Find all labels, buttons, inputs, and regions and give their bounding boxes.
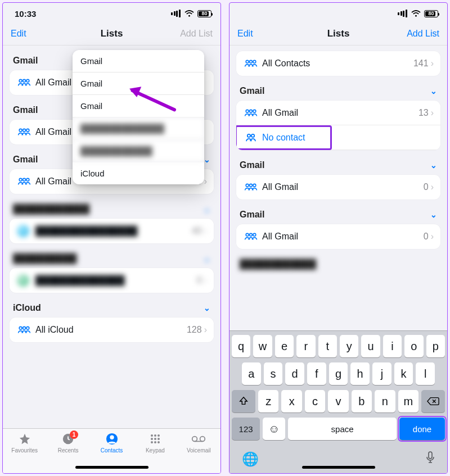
- key-emoji[interactable]: ☺: [263, 418, 285, 440]
- popover-item[interactable]: Gmail: [73, 50, 204, 72]
- globe-icon[interactable]: 🌐: [242, 451, 259, 467]
- key-z[interactable]: z: [258, 390, 278, 412]
- key-b[interactable]: b: [352, 390, 372, 412]
- svg-point-31: [246, 60, 249, 63]
- key-j[interactable]: j: [372, 362, 392, 385]
- section-title: Gmail: [13, 105, 38, 115]
- phone-right: 80 Edit Lists Add List All Contacts 141 …: [229, 2, 448, 474]
- home-indicator[interactable]: [302, 466, 375, 469]
- key-u[interactable]: u: [361, 335, 380, 357]
- key-f[interactable]: f: [307, 362, 326, 385]
- key-x[interactable]: x: [281, 390, 302, 412]
- list-row-blurred-1[interactable]: ████████████████ 40 ›: [10, 219, 214, 243]
- popover-item[interactable]: iCloud: [73, 162, 204, 184]
- keyboard: q w e r t y u i o p a s d f g h j k l z: [230, 330, 447, 473]
- group-icon: [243, 183, 259, 192]
- key-n[interactable]: n: [375, 390, 395, 412]
- key-numbers[interactable]: 123: [232, 418, 260, 440]
- key-s[interactable]: s: [264, 362, 283, 385]
- avatar-icon: [16, 274, 32, 287]
- key-p[interactable]: p: [426, 335, 445, 357]
- list-row-all-gmail-r1[interactable]: All Gmail 13 ›: [236, 101, 440, 125]
- row-label: All Gmail: [262, 182, 424, 192]
- svg-point-30: [415, 15, 417, 16]
- key-e[interactable]: e: [275, 335, 294, 357]
- section-header-icloud[interactable]: iCloud ⌄: [10, 293, 214, 318]
- section-header-gmail-r1[interactable]: Gmail ⌄: [236, 76, 440, 101]
- key-w[interactable]: w: [253, 335, 272, 357]
- cell-signal-icon: [398, 10, 408, 17]
- two-people-icon: [243, 133, 259, 142]
- person-icon: [106, 432, 118, 446]
- key-o[interactable]: o: [404, 335, 423, 357]
- key-y[interactable]: y: [340, 335, 358, 357]
- home-indicator[interactable]: [75, 466, 148, 469]
- key-i[interactable]: i: [383, 335, 402, 357]
- chevron-down-icon: ⌄: [204, 155, 210, 164]
- add-list-button[interactable]: Add List: [400, 29, 439, 39]
- row-count: 0: [424, 182, 429, 192]
- svg-point-10: [19, 327, 22, 329]
- tab-label: Voicemail: [187, 447, 211, 454]
- edit-button[interactable]: Edit: [11, 29, 50, 39]
- edit-button[interactable]: Edit: [237, 29, 277, 39]
- key-t[interactable]: t: [318, 335, 337, 357]
- mic-icon[interactable]: [426, 451, 435, 467]
- section-header-gmail-r3[interactable]: Gmail ⌄: [236, 200, 440, 224]
- status-time: 10:33: [15, 9, 36, 19]
- svg-point-2: [23, 79, 26, 82]
- key-h[interactable]: h: [350, 362, 370, 385]
- list-name-input[interactable]: [262, 133, 434, 143]
- popover-item-blurred[interactable]: ██████████████: [73, 117, 204, 140]
- key-q[interactable]: q: [232, 335, 250, 357]
- list-row-all-contacts[interactable]: All Contacts 141 ›: [236, 51, 440, 76]
- section-header-blurred-1[interactable]: ████████████ ⌄: [10, 194, 214, 219]
- list-row-all-icloud[interactable]: All iCloud 128 ›: [10, 318, 214, 342]
- tab-bar: Favourites 1 Recents Contacts Keypad Voi…: [3, 428, 220, 473]
- page-title: Lists: [277, 28, 400, 39]
- row-count: 128: [187, 325, 202, 335]
- key-v[interactable]: v: [328, 390, 348, 412]
- list-row-new-list-input[interactable]: [236, 125, 440, 150]
- key-backspace[interactable]: [421, 390, 445, 412]
- popover-item-blurred[interactable]: ████████████: [73, 140, 204, 162]
- add-list-button[interactable]: Add List: [173, 29, 213, 39]
- svg-point-1: [19, 79, 22, 82]
- key-g[interactable]: g: [329, 362, 348, 385]
- svg-point-19: [154, 434, 156, 437]
- list-row-all-gmail-r2[interactable]: All Gmail 0 ›: [236, 175, 440, 200]
- tab-favourites[interactable]: Favourites: [3, 432, 46, 473]
- group-icon: [243, 232, 259, 241]
- disclosure-icon: ›: [204, 275, 207, 285]
- key-c[interactable]: c: [305, 390, 325, 412]
- battery-icon: 80: [197, 10, 212, 17]
- section-header-gmail-r2[interactable]: Gmail ⌄: [236, 150, 440, 175]
- wifi-icon: [184, 10, 194, 17]
- tab-label: Recents: [58, 447, 79, 454]
- key-k[interactable]: k: [394, 362, 413, 385]
- svg-point-43: [250, 233, 253, 236]
- list-row-blurred-2[interactable]: ██████████████ 0 ›: [10, 268, 214, 293]
- svg-point-21: [151, 438, 153, 440]
- key-l[interactable]: l: [416, 362, 435, 385]
- keyboard-row-1: q w e r t y u i o p: [232, 335, 445, 357]
- key-a[interactable]: a: [242, 362, 261, 385]
- section-header-blurred-2[interactable]: ██████████ ⌄: [10, 243, 214, 268]
- star-icon: [19, 432, 31, 446]
- key-done[interactable]: done: [399, 418, 445, 440]
- group-icon: [243, 108, 259, 117]
- svg-point-6: [26, 129, 29, 132]
- list-row-all-gmail-r3[interactable]: All Gmail 0 ›: [236, 224, 440, 249]
- svg-point-12: [26, 327, 29, 329]
- key-m[interactable]: m: [398, 390, 418, 412]
- key-r[interactable]: r: [296, 335, 315, 357]
- section-header-blurred-r[interactable]: ████████████: [236, 249, 440, 274]
- key-shift[interactable]: [232, 390, 255, 412]
- key-space[interactable]: space: [288, 418, 397, 440]
- chevron-down-icon: ⌄: [204, 303, 210, 312]
- shift-icon: [238, 396, 249, 406]
- svg-point-18: [151, 434, 153, 437]
- tab-voicemail[interactable]: Voicemail: [177, 432, 220, 473]
- disclosure-icon: ›: [431, 58, 434, 69]
- key-d[interactable]: d: [285, 362, 304, 385]
